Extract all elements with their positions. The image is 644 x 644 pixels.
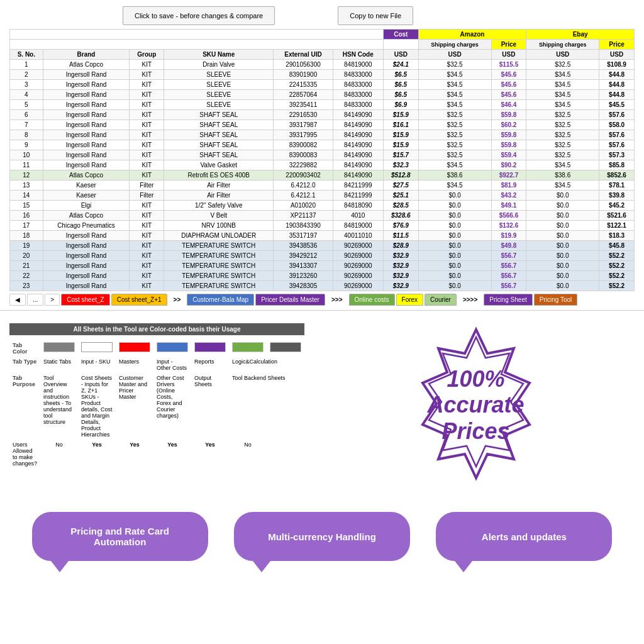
table-cell: 22 bbox=[10, 271, 43, 281]
sheet-tab[interactable]: Pricing Tool bbox=[534, 294, 578, 306]
table-cell: $32.5 bbox=[526, 150, 599, 160]
table-cell: $34.5 bbox=[418, 90, 491, 100]
table-cell: 19 bbox=[10, 241, 43, 251]
table-cell: KIT bbox=[130, 100, 164, 110]
table-cell: 39317987 bbox=[274, 120, 333, 130]
bottom-section: Pricing and Rate CardAutomation Multi-cu… bbox=[0, 499, 644, 580]
table-cell: $0.0 bbox=[418, 251, 491, 261]
table-cell: 84819000 bbox=[333, 221, 383, 231]
sheet-tab[interactable]: Online costs bbox=[349, 294, 395, 306]
spreadsheet-section: Click to save - before changes & compare… bbox=[0, 0, 644, 311]
sheet-tab[interactable]: Courier bbox=[425, 294, 457, 306]
table-cell: $512.8 bbox=[383, 170, 418, 180]
table-cell: $32.5 bbox=[418, 120, 491, 130]
sheet-tab[interactable]: Forex bbox=[396, 294, 424, 306]
table-cell: 8 bbox=[10, 130, 43, 140]
save-button[interactable]: Click to save - before changes & compare bbox=[123, 6, 275, 25]
tab-type-logic: Logic&Calculation bbox=[229, 357, 304, 373]
table-cell: Ingersoll Rand bbox=[43, 231, 130, 241]
bubble-pricing-label: Pricing and Rate CardAutomation bbox=[70, 526, 169, 547]
table-cell: 7 bbox=[10, 120, 43, 130]
table-cell: $34.5 bbox=[526, 70, 599, 80]
table-cell: 84149090 bbox=[333, 170, 383, 180]
table-cell: 1903843390 bbox=[274, 221, 333, 231]
table-cell: $32.9 bbox=[383, 261, 418, 271]
table-cell: Kaeser bbox=[43, 191, 130, 201]
table-cell: $0.0 bbox=[418, 281, 491, 291]
table-cell: $32.5 bbox=[418, 110, 491, 120]
table-cell: $58.0 bbox=[599, 120, 635, 130]
table-cell: $0.0 bbox=[418, 231, 491, 241]
table-cell: 16 bbox=[10, 211, 43, 221]
table-cell: $25.1 bbox=[383, 191, 418, 201]
col-group: Group bbox=[130, 50, 164, 60]
bubble-multi: Multi-currency Handling bbox=[234, 512, 410, 561]
sheet-tab[interactable]: > bbox=[45, 294, 60, 306]
ebay-shipping-label: Shipping charges bbox=[526, 40, 599, 50]
table-cell: $34.5 bbox=[418, 100, 491, 110]
table-cell: 39428305 bbox=[274, 281, 333, 291]
sheet-tab[interactable]: Customer-Bala Map bbox=[187, 294, 254, 306]
table-cell: $59.4 bbox=[491, 150, 526, 160]
table-cell: 12 bbox=[10, 170, 43, 180]
table-cell: $34.5 bbox=[418, 70, 491, 80]
table-cell: $28.5 bbox=[383, 201, 418, 211]
table-cell: $0.0 bbox=[526, 191, 599, 201]
table-cell: 20 bbox=[10, 251, 43, 261]
table-cell: KIT bbox=[130, 90, 164, 100]
table-cell: $59.8 bbox=[491, 110, 526, 120]
table-cell: Elgi bbox=[43, 201, 130, 211]
table-cell: SLEEVE bbox=[164, 100, 274, 110]
sheet-tab[interactable]: ... bbox=[27, 294, 43, 306]
table-cell: 40011010 bbox=[333, 231, 383, 241]
swatch-purple bbox=[194, 342, 226, 352]
sheet-tab[interactable]: Pricer Details Master bbox=[255, 294, 325, 306]
col-hsn: HSN Code bbox=[333, 50, 383, 60]
table-cell: $57.6 bbox=[599, 110, 635, 120]
sheet-tab[interactable]: >> bbox=[169, 294, 186, 305]
table-cell: $57.6 bbox=[599, 140, 635, 150]
table-cell: 17 bbox=[10, 221, 43, 231]
swatch-gray bbox=[43, 342, 75, 352]
sheet-tab[interactable]: ◀ bbox=[9, 294, 26, 306]
table-cell: 84818090 bbox=[333, 201, 383, 211]
amazon-header: Amazon bbox=[418, 30, 526, 40]
table-cell: $32.5 bbox=[526, 140, 599, 150]
table-cell: 84833000 bbox=[333, 90, 383, 100]
table-cell: $56.7 bbox=[491, 281, 526, 291]
table-cell: 32229882 bbox=[274, 160, 333, 170]
sheet-tab[interactable]: >>>> bbox=[458, 294, 482, 305]
table-cell: SLEEVE bbox=[164, 80, 274, 90]
table-cell: $44.8 bbox=[599, 70, 635, 80]
copy-button[interactable]: Copy to new File bbox=[338, 6, 413, 25]
table-cell: $34.5 bbox=[526, 180, 599, 191]
col-brand: Brand bbox=[43, 50, 130, 60]
table-cell: SHAFT SEAL bbox=[164, 130, 274, 140]
table-cell: 39123260 bbox=[274, 271, 333, 281]
table-cell: 39317995 bbox=[274, 130, 333, 140]
table-cell: KIT bbox=[130, 60, 164, 70]
table-cell: TEMPERATURE SWITCH bbox=[164, 241, 274, 251]
table-cell: Atlas Copco bbox=[43, 211, 130, 221]
sheet-tab[interactable]: Cost sheet_Z bbox=[61, 294, 109, 306]
legend-table: Tab Color Tab Type Static Tabs Input - S… bbox=[9, 340, 304, 469]
table-cell: 84149090 bbox=[333, 130, 383, 140]
table-cell: 84149090 bbox=[333, 140, 383, 150]
sheet-tab[interactable]: >>> bbox=[326, 294, 348, 305]
sheet-tab[interactable]: Cost sheet_Z+1 bbox=[111, 294, 167, 306]
col-cost-usd: USD bbox=[383, 50, 418, 60]
table-cell: KIT bbox=[130, 201, 164, 211]
table-cell: $39.8 bbox=[599, 191, 635, 201]
table-cell: SHAFT SEAL bbox=[164, 150, 274, 160]
middle-section: All Sheets in the Tool are Color-coded b… bbox=[0, 311, 644, 499]
table-cell: Ingersoll Rand bbox=[43, 281, 130, 291]
table-cell: 11 bbox=[10, 160, 43, 170]
tab-type-input-sku: Input - SKU bbox=[78, 357, 116, 373]
table-cell: 90269000 bbox=[333, 271, 383, 281]
table-cell: 39235411 bbox=[274, 100, 333, 110]
table-cell: $81.9 bbox=[491, 180, 526, 191]
table-cell: $108.9 bbox=[599, 60, 635, 70]
table-cell: 84149090 bbox=[333, 160, 383, 170]
sheet-tab[interactable]: Pricing Sheet bbox=[484, 294, 532, 306]
table-cell: $0.0 bbox=[418, 211, 491, 221]
